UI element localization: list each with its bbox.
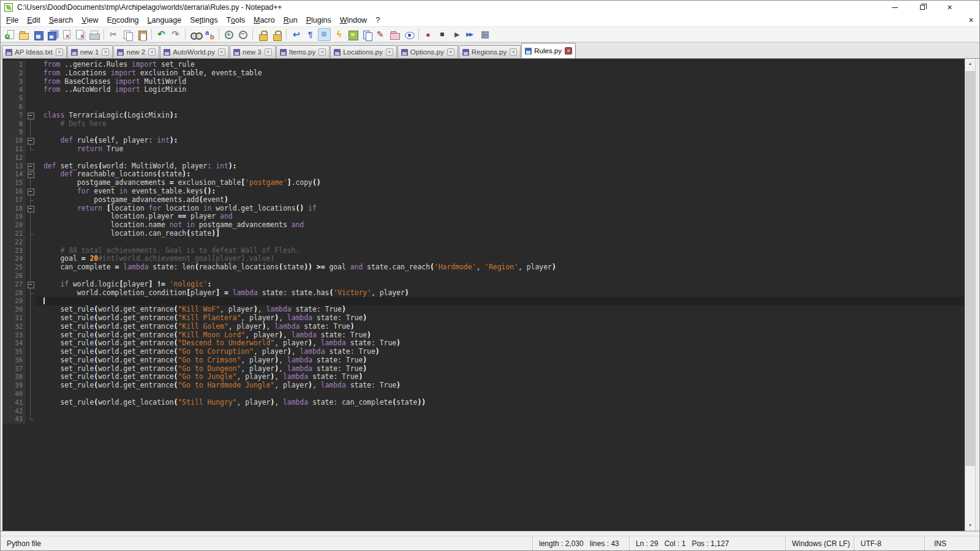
tab-ap-ideas-txt[interactable]: AP Ideas.txt× <box>2 45 67 58</box>
fold-collapse-icon[interactable] <box>26 170 36 179</box>
code-text[interactable]: location.can_reach(state)] <box>36 230 965 238</box>
menu-plugins[interactable]: Plugins <box>302 14 336 26</box>
code-text[interactable] <box>36 415 965 424</box>
fold-collapse-icon[interactable] <box>26 137 36 145</box>
sync-vertical-scrolling-icon[interactable] <box>256 28 269 41</box>
menu-edit[interactable]: Edit <box>23 14 45 26</box>
redo-icon[interactable] <box>169 28 182 41</box>
close-tab-icon[interactable]: × <box>565 47 572 54</box>
code-text[interactable]: from BaseClasses import MultiWorld <box>36 78 965 86</box>
cut-icon[interactable] <box>107 28 120 41</box>
code-text[interactable]: from .Locations import exclusion_table, … <box>36 69 965 78</box>
code-text[interactable]: set_rule(world.get_entrance("Kill Moon L… <box>36 331 965 340</box>
document-list-icon[interactable] <box>360 28 373 41</box>
code-text[interactable] <box>36 128 965 137</box>
close-tab-icon[interactable]: × <box>510 48 517 56</box>
menu-window[interactable]: Window <box>336 14 371 26</box>
window-resize-edge[interactable] <box>975 59 979 531</box>
code-text[interactable]: set_rule(world.get_entrance("Go to Crims… <box>36 356 965 365</box>
show-all-characters-icon[interactable] <box>304 28 317 41</box>
tab-rules-py[interactable]: Rules.py× <box>521 43 576 58</box>
macro-run-multiple-icon[interactable] <box>464 28 477 41</box>
minimize-button[interactable] <box>881 1 908 14</box>
close-document-icon[interactable]: × <box>969 16 973 24</box>
code-text[interactable]: location.name not in postgame_advancemen… <box>36 221 965 230</box>
tab-locations-py[interactable]: Locations.py× <box>330 45 397 58</box>
document-map-icon[interactable] <box>346 28 359 41</box>
code-text[interactable]: set_rule(world.get_entrance("Go to Dunge… <box>36 365 965 373</box>
code-text[interactable] <box>36 103 965 111</box>
close-tab-icon[interactable]: × <box>265 48 272 56</box>
function-list-icon[interactable] <box>374 28 387 41</box>
menu-settings[interactable]: Settings <box>186 14 222 26</box>
tab-new-1[interactable]: new 1× <box>67 45 113 58</box>
close-tab-icon[interactable]: × <box>218 48 225 56</box>
close-tab-icon[interactable]: × <box>447 48 454 56</box>
replace-icon[interactable] <box>203 28 216 41</box>
code-text[interactable]: # 88 total achievements. Goal is to defe… <box>36 247 965 255</box>
menu-view[interactable]: View <box>77 14 102 26</box>
code-text[interactable] <box>36 238 965 247</box>
code-text[interactable]: for event in events_table.keys(): <box>36 187 965 196</box>
code-text[interactable]: set_rule(world.get_entrance("Kill Golem"… <box>36 323 965 331</box>
macro-stop-icon[interactable] <box>436 28 449 41</box>
code-text[interactable]: from ..AutoWorld import LogicMixin <box>36 86 965 94</box>
user-defined-language-icon[interactable] <box>332 28 345 41</box>
code-text[interactable]: world.completion_condition[player] = lam… <box>36 289 965 298</box>
close-tab-icon[interactable]: × <box>148 48 156 56</box>
menu-help[interactable]: ? <box>371 14 384 26</box>
code-text[interactable]: def reachable_locations(state): <box>36 170 965 179</box>
code-text[interactable]: set_rule(world.get_entrance("Go to Hardm… <box>36 381 965 390</box>
code-text[interactable]: from ..generic.Rules import set_rule <box>36 61 965 69</box>
tab-items-py[interactable]: Items.py× <box>276 45 330 58</box>
code-text[interactable]: goal = 20#int(world.achievement_goal[pla… <box>36 255 965 263</box>
fold-collapse-icon[interactable] <box>26 111 36 120</box>
code-text[interactable]: set_rule(world.get_entrance("Descend to … <box>36 339 965 348</box>
fold-collapse-icon[interactable] <box>26 187 36 196</box>
menu-macro[interactable]: Macro <box>249 14 279 26</box>
code-text[interactable] <box>36 407 965 416</box>
tab-autoworld-py[interactable]: AutoWorld.py× <box>160 45 229 58</box>
scroll-down-icon[interactable]: ▼ <box>965 520 975 531</box>
code-text[interactable]: postgame_advancements = exclusion_table[… <box>36 179 965 187</box>
macro-playback-icon[interactable] <box>450 28 463 41</box>
code-text[interactable]: can_complete = lambda state: len(reachab… <box>36 263 965 272</box>
menu-language[interactable]: Language <box>143 14 186 26</box>
code-text[interactable]: return True <box>36 145 965 154</box>
scroll-up-icon[interactable]: ▲ <box>965 59 975 69</box>
restore-button[interactable] <box>908 1 936 14</box>
code-text[interactable]: def rule(self, player: int): <box>36 137 965 145</box>
code-text[interactable]: # Defs here <box>36 120 965 129</box>
zoom-out-icon[interactable] <box>236 28 249 41</box>
zoom-in-icon[interactable] <box>222 28 235 41</box>
close-tab-icon[interactable]: × <box>318 48 326 56</box>
open-file-icon[interactable] <box>17 28 30 41</box>
code-text[interactable]: def set_rules(world: MultiWorld, player:… <box>36 162 965 171</box>
scrollbar-thumb[interactable] <box>965 71 975 466</box>
code-text[interactable]: set_rule(world.get_entrance("Kill WoF", … <box>36 305 965 314</box>
close-tab-icon[interactable]: × <box>56 48 63 56</box>
tab-new-3[interactable]: new 3× <box>230 45 276 58</box>
word-wrap-icon[interactable] <box>290 28 303 41</box>
code-text[interactable]: set_rule(world.get_entrance("Go to Jungl… <box>36 373 965 381</box>
code-text[interactable] <box>36 94 965 103</box>
close-all-icon[interactable] <box>74 28 86 41</box>
code-text[interactable]: set_rule(world.get_location("Still Hungr… <box>36 399 965 407</box>
menu-run[interactable]: Run <box>279 14 302 26</box>
close-tab-icon[interactable]: × <box>386 48 393 56</box>
code-text[interactable]: postgame_advancements.add(event) <box>36 196 965 204</box>
show-indent-guide-icon[interactable] <box>318 28 331 41</box>
tab-regions-py[interactable]: Regions.py× <box>459 45 521 58</box>
close-window-button[interactable]: × <box>936 1 963 14</box>
menu-file[interactable]: File <box>2 14 23 26</box>
menu-tools[interactable]: Tools <box>222 14 249 26</box>
new-file-icon[interactable] <box>3 28 16 41</box>
paste-icon[interactable] <box>135 28 148 41</box>
vertical-scrollbar[interactable]: ▲ ▼ <box>965 59 975 531</box>
macro-record-icon[interactable] <box>422 28 435 41</box>
tab-new-2[interactable]: new 2× <box>113 45 159 58</box>
undo-icon[interactable] <box>155 28 168 41</box>
code-text[interactable]: class TerrariaLogic(LogicMixin): <box>36 111 965 120</box>
close-icon[interactable] <box>59 28 72 41</box>
code-text[interactable]: return [location for location in world.g… <box>36 204 965 213</box>
